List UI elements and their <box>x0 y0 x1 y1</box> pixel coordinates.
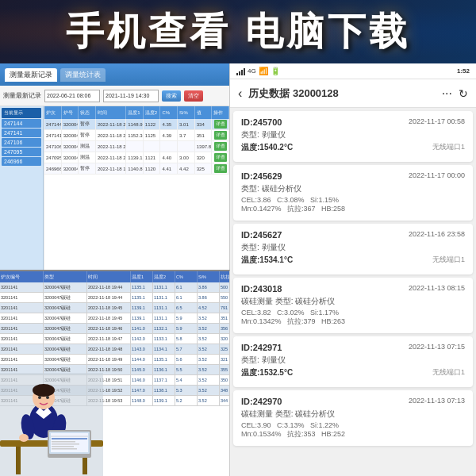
table-row: 246966 3200047 暂停 2022-11-18 19:31 1140.… <box>44 163 229 175</box>
ss-cell: 3200047碳硅 <box>44 334 87 344</box>
ss-cell: 1139.1 <box>131 303 153 313</box>
ss-cell: 5.5 <box>175 365 198 374</box>
cell-time: 2022-11-18 19:31 <box>96 163 126 174</box>
sidebar-247106[interactable]: 247106 <box>2 138 41 147</box>
ss-row: 3201141 3200047碳硅 2022-11-18 19:49 1144.… <box>0 355 229 365</box>
card-242971[interactable]: ID:242971 2022-11-13 07:15 类型: 剥量仪 温度:15… <box>233 336 473 387</box>
desktop-tab-stats[interactable]: 调量统计表 <box>60 68 106 82</box>
ss-cell: 1135.1 <box>131 282 153 292</box>
card-temp: 温度:1534.1°C <box>241 255 293 266</box>
sidebar-247141[interactable]: 247141 <box>2 129 41 137</box>
ss-cell: 1131.1 <box>153 303 175 313</box>
cell-op[interactable]: 详查 <box>212 152 229 163</box>
cell-op[interactable]: 详查 <box>212 163 229 174</box>
cell-si: 3.7 <box>178 130 195 140</box>
menu-button[interactable]: ··· <box>442 86 452 101</box>
ss-col-si: Si% <box>198 271 220 282</box>
cell-c: 4.35 <box>160 119 178 129</box>
clock: 1:52 <box>457 67 470 75</box>
ss-cell: 5.9 <box>175 313 198 323</box>
cell-furnace: 3200047 <box>62 163 79 174</box>
ss-cell: 344 <box>220 396 230 405</box>
ss-cell: 3200047碳硅 <box>44 344 87 354</box>
ss-cell: 325 <box>220 344 230 354</box>
cell-id: 247144 <box>44 119 62 129</box>
cell-temp2 <box>144 141 161 152</box>
cell-op[interactable]: 详查 <box>212 141 229 152</box>
ss-cell: 1135.1 <box>131 293 153 302</box>
sidebar-247095[interactable]: 247095 <box>2 148 41 156</box>
date-to-input[interactable] <box>103 90 159 102</box>
back-button[interactable]: ‹ <box>238 86 242 101</box>
page-title: 历史数据 32000128 <box>248 86 435 101</box>
card-245629[interactable]: ID:245629 2022-11-17 00:00 类型: 碳硅分析仪 CEL… <box>233 165 473 221</box>
ss-cell: 1137.1 <box>153 375 175 385</box>
ss-cell: 3200047碳硅 <box>44 324 87 333</box>
card-detail: CEL:3.90 C:3.13% Si:1.22% <box>241 421 465 429</box>
ss-cell: 4.52 <box>198 303 220 313</box>
search-button[interactable]: 搜索 <box>162 90 181 102</box>
sidebar-246966[interactable]: 246966 <box>2 157 41 166</box>
cell-status: 测温 <box>79 152 96 163</box>
ss-cell: 5.6 <box>175 355 198 364</box>
cell-c <box>160 141 178 152</box>
card-date: 2022-11-16 23:58 <box>409 230 465 238</box>
cell-temp1: 1148.9 <box>126 119 144 129</box>
ss-cell: 2022-11-18 19:47 <box>87 334 131 344</box>
cell-op[interactable]: 详查 <box>212 130 229 140</box>
cell-op[interactable]: 详查 <box>212 119 229 129</box>
card-date: 2022-11-17 00:58 <box>409 117 465 125</box>
ss-cell: 3200047碳硅 <box>44 282 87 292</box>
table-row: 247141 3200047 暂停 2022-11-18 21:15 1152.… <box>44 130 229 141</box>
date-from-input[interactable] <box>44 90 100 102</box>
ss-col-id: 炉次编号 <box>0 271 44 282</box>
svg-point-7 <box>38 396 41 399</box>
desktop-tab-records[interactable]: 测量最新记录 <box>5 68 57 82</box>
battery-icon: 🔋 <box>271 67 280 75</box>
col-status: 状态 <box>79 106 96 119</box>
ss-header: 炉次编号 类型 时间 温度1 温度2 C% Si% 抗拉 <box>0 271 229 282</box>
card-245627[interactable]: ID:245627 2022-11-16 23:58 类型: 剥量仪 温度:15… <box>233 224 473 274</box>
card-date: 2022-11-13 07:13 <box>409 397 465 405</box>
svg-rect-22 <box>52 448 77 450</box>
ss-cell: 1138.1 <box>153 386 175 395</box>
cell-val: 334 <box>195 119 213 129</box>
card-detail2: Mn:0.1342% 抗拉:379 HB:263 <box>241 317 465 327</box>
ss-cell: 5.8 <box>175 334 198 344</box>
ss-cell: 1131.1 <box>153 293 175 302</box>
card-date: 2022-11-17 00:00 <box>409 171 465 179</box>
cell-temp2: 1122 <box>144 119 161 129</box>
toolbar-label: 测量最新记录 <box>3 91 41 100</box>
ss-cell: 3.52 <box>198 375 220 385</box>
ss-cell: 320 <box>220 334 230 344</box>
ss-cell: 321 <box>220 355 230 364</box>
card-header: ID:243018 2022-11-13 08:15 <box>241 284 465 294</box>
ss-cell: 5.7 <box>175 344 198 354</box>
card-245700[interactable]: ID:245700 2022-11-17 00:58 类型: 剥量仪 温度:15… <box>233 111 473 162</box>
table-row: 247095 3200047 测温 2022-11-18 20:44 1139.… <box>44 152 229 163</box>
ss-cell: 2022-11-18 19:48 <box>87 344 131 354</box>
cell-status: 暂停 <box>79 119 96 129</box>
ss-col-t1: 温度1 <box>131 271 153 282</box>
ss-cell: 1143.0 <box>131 344 153 354</box>
ss-cell: 3200047碳硅 <box>44 355 87 364</box>
card-type: 类型: 剥量仪 <box>241 129 465 140</box>
cell-status: 暂停 <box>79 130 96 140</box>
col-op: 操作 <box>212 106 229 119</box>
ss-cell: 356 <box>220 324 230 333</box>
svg-point-12 <box>19 434 29 442</box>
card-243018[interactable]: ID:243018 2022-11-13 08:15 碳硅测量 类型: 碳硅分析… <box>233 278 473 333</box>
ss-cell: 355 <box>220 365 230 374</box>
clear-button[interactable]: 清空 <box>184 90 203 102</box>
col-furnace-no: 炉号 <box>62 106 79 119</box>
card-242970[interactable]: ID:242970 2022-11-13 07:13 碳硅测量 类型: 碳硅分析… <box>233 390 473 446</box>
ss-cell: 1139.1 <box>131 313 153 323</box>
sidebar-247144[interactable]: 247144 <box>2 119 41 128</box>
sidebar-current[interactable]: 当前显示 <box>2 108 41 118</box>
refresh-icon[interactable]: ↻ <box>459 87 468 100</box>
ss-cell: 2022-11-18 19:44 <box>87 293 131 302</box>
svg-rect-19 <box>52 441 75 443</box>
ss-cell: 1146.0 <box>131 375 153 385</box>
desktop-table: 炉次 炉号 状态 时间 温度1 温度2 C% Si% 值 操作 247144 3… <box>44 106 229 270</box>
cell-temp2: 1125 <box>144 130 161 140</box>
